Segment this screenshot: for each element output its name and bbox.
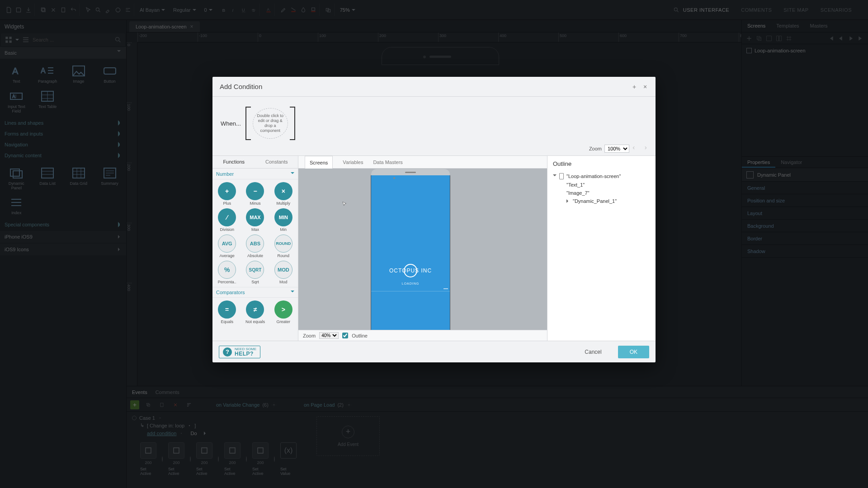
when-label: When... bbox=[221, 120, 241, 127]
fn-mod[interactable]: MODMod bbox=[270, 260, 297, 285]
mtab-datamasters[interactable]: Data Masters bbox=[373, 156, 402, 168]
outline-item-text1[interactable]: "Text_1" bbox=[553, 181, 650, 189]
preview-viewport[interactable]: OCTOPUS INC LOADING bbox=[298, 169, 547, 330]
group-comparators[interactable]: Comparators bbox=[212, 287, 298, 298]
outline-pane: Outline "Loop-animation-screen" "Text_1"… bbox=[547, 156, 656, 341]
cancel-button[interactable]: Cancel bbox=[573, 346, 613, 358]
outline-checkbox-label: Outline bbox=[352, 333, 368, 338]
outline-root[interactable]: "Loop-animation-screen" bbox=[553, 172, 650, 181]
fn-equals[interactable]: =Equals bbox=[213, 300, 241, 325]
fn-average[interactable]: AVGAverage bbox=[213, 234, 241, 259]
fn-sqrt[interactable]: SQRTSqrt bbox=[241, 260, 269, 285]
zoom-select-modal[interactable]: 100% bbox=[604, 145, 629, 153]
fn-min[interactable]: MINMin bbox=[270, 207, 297, 233]
fn-max[interactable]: MAXMax bbox=[241, 207, 269, 233]
functions-sidebar: Functions Constants Number +Plus −Minus … bbox=[212, 156, 298, 341]
redo-expr-icon[interactable] bbox=[641, 145, 647, 152]
fn-round[interactable]: ROUNDRound bbox=[270, 234, 297, 259]
fn-division[interactable]: ∕Division bbox=[213, 207, 241, 233]
mtab-variables[interactable]: Variables bbox=[343, 156, 363, 168]
add-condition-dialog: Add Condition + × When... Double click t… bbox=[212, 77, 656, 362]
ok-button[interactable]: OK bbox=[618, 346, 649, 358]
outline-item-dynpanel1[interactable]: "Dynamic_Panel_1" bbox=[553, 197, 650, 205]
fn-multiply[interactable]: ×Multiply bbox=[270, 181, 297, 206]
app-root: Al Bayan Regular 0 B I U S A 75% USER IN… bbox=[0, 0, 868, 488]
dialog-title: Add Condition bbox=[220, 83, 262, 90]
preview-device[interactable]: OCTOPUS INC LOADING bbox=[371, 175, 450, 330]
fn-greater[interactable]: >Greater bbox=[270, 300, 297, 325]
preview-pane: Screens Variables Data Masters OCTOPUS I… bbox=[298, 156, 547, 341]
outline-checkbox[interactable] bbox=[342, 333, 348, 338]
fn-minus[interactable]: −Minus bbox=[241, 181, 269, 206]
tab-constants[interactable]: Constants bbox=[255, 156, 298, 168]
zoom-label: Zoom bbox=[589, 146, 602, 151]
undo-expr-icon[interactable] bbox=[632, 145, 638, 152]
close-dialog-icon[interactable]: × bbox=[642, 84, 648, 90]
cursor-icon bbox=[341, 201, 348, 207]
fn-not-equals[interactable]: ≠Not equals bbox=[241, 300, 269, 325]
tab-functions[interactable]: Functions bbox=[212, 156, 255, 168]
outline-title: Outline bbox=[553, 160, 650, 167]
preview-sub: LOADING bbox=[371, 282, 450, 285]
vfoot-zoom-label: Zoom bbox=[303, 333, 316, 338]
fn-absolute[interactable]: ABSAbsolute bbox=[241, 234, 269, 259]
mtab-screens[interactable]: Screens bbox=[305, 156, 333, 169]
help-button[interactable]: ? NEED SOMEHELP? bbox=[219, 346, 260, 358]
preview-brand: OCTOPUS INC bbox=[371, 267, 450, 274]
maximize-icon[interactable]: + bbox=[631, 84, 637, 90]
fn-percentage[interactable]: %Percenta.. bbox=[213, 260, 241, 285]
group-number[interactable]: Number bbox=[212, 169, 298, 179]
outline-item-image7[interactable]: "Image_7" bbox=[553, 189, 650, 197]
help-icon: ? bbox=[223, 347, 232, 357]
vfoot-zoom-select[interactable]: 40% bbox=[319, 332, 339, 339]
condition-slot[interactable]: Double click to edit or drag & drop a co… bbox=[253, 108, 288, 139]
modal-overlay: Add Condition + × When... Double click t… bbox=[0, 0, 868, 488]
fn-plus[interactable]: +Plus bbox=[213, 181, 241, 206]
